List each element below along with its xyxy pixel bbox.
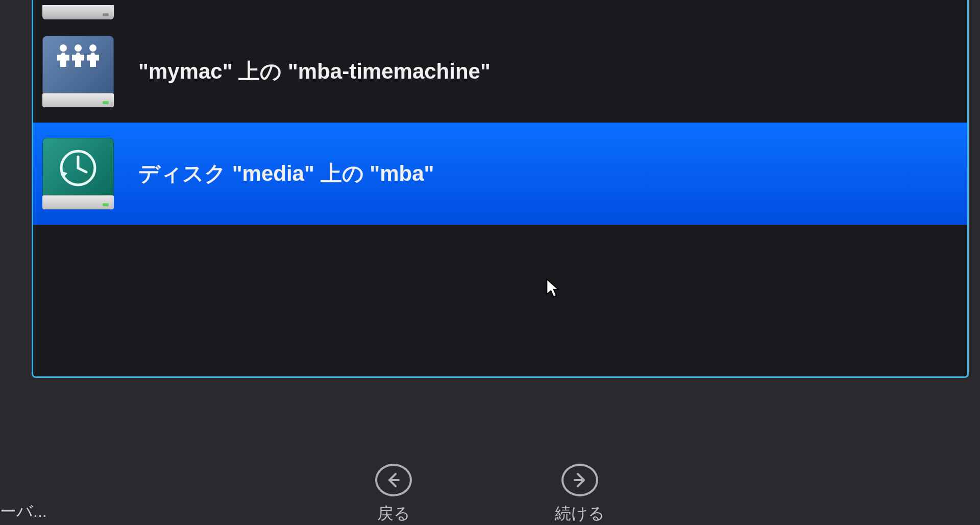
list-item[interactable] <box>33 0 967 20</box>
svg-line-2 <box>78 168 86 172</box>
list-item-label: "mymac" 上の "mba-timemachine" <box>138 57 491 86</box>
backup-source-list: "mymac" 上の "mba-timemachine" ディスク "media… <box>32 0 969 378</box>
continue-button[interactable]: 続ける <box>555 464 605 525</box>
drive-icon <box>42 5 114 19</box>
back-button-label: 戻る <box>377 503 410 525</box>
list-item-label: ディスク "media" 上の "mba" <box>138 159 434 188</box>
network-drive-icon <box>42 36 114 107</box>
arrow-left-icon <box>375 464 412 496</box>
navigation-controls: 戻る 続ける <box>0 459 980 525</box>
list-item[interactable]: "mymac" 上の "mba-timemachine" <box>33 20 967 123</box>
truncated-label: ーバ... <box>0 500 47 523</box>
arrow-right-icon <box>561 464 598 496</box>
back-button[interactable]: 戻る <box>375 464 412 525</box>
list-item[interactable]: ディスク "media" 上の "mba" <box>33 123 967 225</box>
timemachine-drive-icon <box>42 138 114 209</box>
continue-button-label: 続ける <box>555 503 605 525</box>
